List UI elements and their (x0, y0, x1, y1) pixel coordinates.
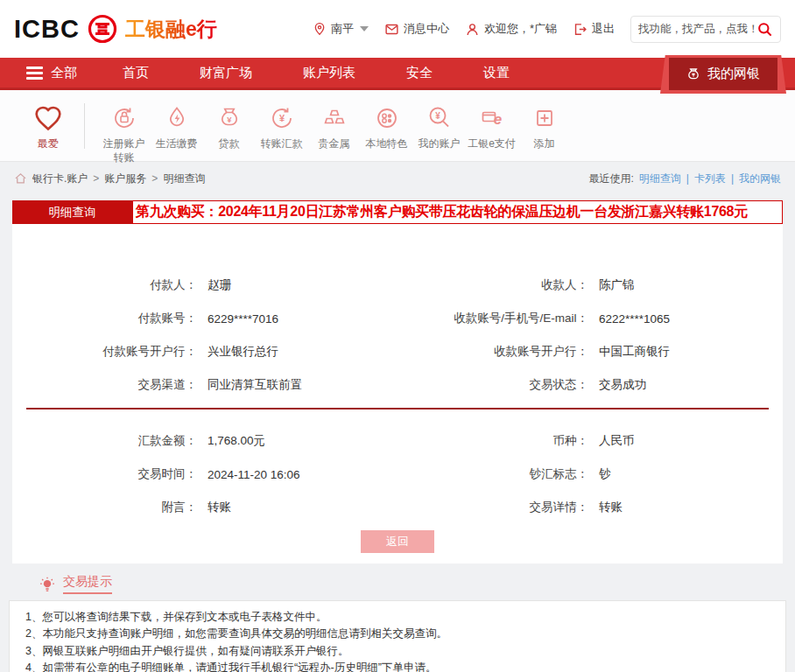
amount-label: 汇款金额： (12, 433, 197, 449)
icbc-logo: ICBC 工银融e行 (14, 13, 217, 45)
nav-item-home[interactable]: 首页 (123, 65, 149, 81)
breadcrumb-item[interactable]: 账户服务 (104, 172, 146, 186)
status-value: 交易成功 (599, 377, 646, 393)
detail-query-card: 明细查询 第九次购买：2024年11月20日江苏常州客户购买带压花齿轮的保温压边… (12, 200, 783, 564)
quickbar-item-my-account[interactable]: ¥ 我的账户 (414, 102, 464, 151)
tip-item: 4、如需带有公章的电子明细账单，请通过我行手机银行“远程办-历史明细”下单申请。 (25, 660, 773, 672)
channel-label: 交易渠道： (12, 377, 197, 393)
detail-row: 付款账号：6229****7016 收款账号/手机号/E-mail：6222**… (12, 308, 783, 329)
nav-item-security[interactable]: 安全 (406, 65, 433, 81)
recent-separator: | (686, 172, 689, 185)
nav-all-label: 全部 (51, 65, 77, 81)
back-button[interactable]: 返回 (361, 530, 434, 553)
payer-label: 付款人： (12, 277, 197, 293)
svg-text:¥: ¥ (435, 111, 440, 121)
nav-item-wealth-plaza[interactable]: 财富广场 (200, 65, 252, 81)
logout-button[interactable]: 退出 (573, 21, 615, 37)
quickbar-label: 添加 (534, 137, 555, 151)
memo-value: 转账 (208, 500, 231, 515)
payer-bank-label: 付款账号开户行： (12, 344, 197, 360)
breadcrumb-item[interactable]: 银行卡.账户 (32, 172, 88, 186)
recent-link-my-ebank[interactable]: 我的网银 (739, 172, 781, 186)
quickbar-item-epay[interactable]: e 工银e支付 (467, 102, 517, 151)
quick-access-bar: 最爱 注册账户转账 生活缴费 ¥ 贷款 ¥ 转账汇款 贵金属 本地特色 (0, 90, 795, 162)
payee-bank-value: 中国工商银行 (599, 344, 670, 360)
local-feature-icon (372, 102, 402, 135)
icbc-logo-icon (87, 13, 118, 45)
payer-value: 赵珊 (208, 277, 231, 293)
tip-item: 3、网银互联账户明细由开户银行提供，如有疑问请联系开户银行。 (25, 643, 773, 660)
recent-link-detail-query[interactable]: 明细查询 (639, 172, 681, 186)
payee-value: 陈广锦 (599, 277, 635, 293)
quickbar-item-register-transfer[interactable]: 注册账户转账 (99, 102, 149, 164)
txn-detail-label: 交易详情： (398, 500, 588, 515)
tab-detail-query[interactable]: 明细查询 (12, 200, 132, 224)
nav-all-menu[interactable]: 全部 (26, 64, 77, 82)
tips-box: 1、您可以将查询结果下载，并保存到文本或电子表格文件中。 2、本功能只支持查询账… (9, 600, 786, 672)
nav-item-account-list[interactable]: 账户列表 (303, 65, 355, 81)
quickbar-label: 工银e支付 (468, 137, 516, 151)
nav-item-settings[interactable]: 设置 (483, 65, 510, 81)
time-label: 交易时间： (12, 466, 197, 482)
epay-icon: e (477, 102, 507, 135)
heart-icon (34, 102, 62, 135)
lightbulb-icon (39, 576, 56, 593)
detail-row: 交易时间：2024-11-20 16:06 钞汇标志：钞 (12, 464, 783, 485)
quickbar-item-favorites[interactable]: 最爱 (23, 102, 73, 151)
svg-text:¥: ¥ (227, 115, 232, 124)
quickbar-label: 贷款 (219, 137, 240, 151)
time-value: 2024-11-20 16:06 (208, 468, 300, 481)
quickbar-item-life-payment[interactable]: 生活缴费 (151, 102, 201, 151)
quickbar-label: 注册账户转账 (99, 137, 149, 164)
home-icon[interactable] (14, 172, 27, 186)
recent-link-card-list[interactable]: 卡列表 (694, 172, 726, 186)
loan-icon: ¥ (215, 102, 244, 135)
payee-label: 收款人： (398, 277, 588, 293)
quickbar-label: 贵金属 (319, 137, 350, 151)
welcome-user[interactable]: 欢迎您，*广锦 (465, 21, 557, 37)
currency-label: 币种： (398, 433, 588, 449)
detail-row: 附言：转账 交易详情：转账 (12, 497, 783, 518)
memo-label: 附言： (12, 500, 197, 515)
recently-used: 最近使用: 明细查询 | 卡列表 | 我的网银 (588, 172, 781, 186)
svg-text:¥: ¥ (278, 113, 285, 123)
transaction-details: 付款人：赵珊 收款人：陈广锦 付款账号：6229****7016 收款账号/手机… (12, 224, 783, 553)
chevron-down-icon (360, 26, 369, 32)
quickbar-item-transfer-remit[interactable]: ¥ 转账汇款 (257, 102, 306, 151)
tips-title: 交易提示 (63, 574, 112, 594)
status-label: 交易状态： (398, 377, 588, 393)
my-ebank-ribbon: 我的网银 (660, 55, 786, 94)
search-icon[interactable] (756, 21, 773, 38)
logout-icon (573, 22, 587, 37)
tips-header: 交易提示 (39, 574, 795, 594)
quickbar-label: 本地特色 (366, 137, 408, 151)
message-center-link[interactable]: 消息中心 (384, 21, 449, 37)
icbc-logo-text: ICBC (14, 15, 80, 44)
quickbar-item-loan[interactable]: ¥ 贷款 (204, 102, 254, 151)
message-center-label: 消息中心 (404, 21, 449, 37)
my-account-icon: ¥ (425, 102, 454, 135)
tab-row: 明细查询 第九次购买：2024年11月20日江苏常州客户购买带压花齿轮的保温压边… (12, 200, 783, 224)
location-selector[interactable]: 南平 (313, 21, 369, 37)
register-transfer-icon (109, 102, 139, 135)
quickbar-label: 我的账户 (419, 137, 461, 151)
my-ebank-button[interactable]: 我的网银 (669, 58, 777, 90)
location-label: 南平 (331, 21, 354, 37)
top-header: ICBC 工银融e行 南平 消息中心 欢迎您，*广锦 (0, 0, 795, 58)
currency-value: 人民币 (599, 433, 635, 449)
precious-metal-icon (320, 102, 349, 135)
txn-detail-value: 转账 (599, 500, 623, 515)
quickbar-item-add[interactable]: 添加 (519, 102, 569, 151)
search-input[interactable] (638, 23, 756, 35)
cash-remit-flag-value: 钞 (599, 466, 611, 482)
detail-row: 交易渠道：同业清算互联前置 交易状态：交易成功 (12, 374, 783, 396)
add-icon (530, 102, 559, 135)
section-divider (26, 408, 769, 410)
quickbar-item-local-feature[interactable]: 本地特色 (362, 102, 412, 151)
divider (84, 103, 85, 149)
amount-value: 1,768.00元 (208, 433, 265, 449)
hamburger-icon (26, 64, 43, 82)
search-box[interactable] (630, 16, 781, 43)
payee-account-label: 收款账号/手机号/E-mail： (398, 311, 588, 326)
quickbar-item-precious-metal[interactable]: 贵金属 (309, 102, 359, 151)
